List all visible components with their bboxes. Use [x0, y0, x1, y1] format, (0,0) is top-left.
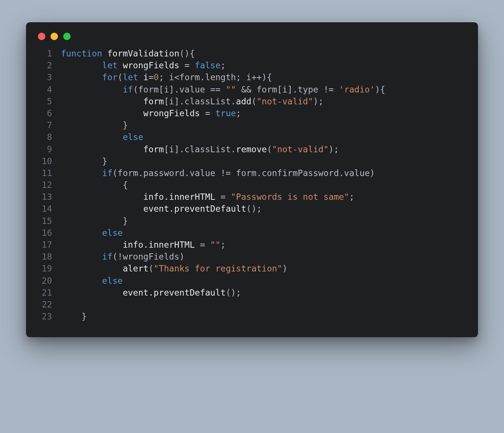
line-number: 6 — [33, 107, 61, 119]
code-line: 6 wrongFields = true; — [33, 107, 465, 119]
code-line: 8 else — [33, 131, 465, 143]
code-line: 19 alert("Thanks for registration") — [33, 263, 465, 274]
code-line: 14 event.preventDefault(); — [33, 203, 465, 215]
code-line: 16 else — [33, 227, 465, 239]
line-number: 15 — [33, 215, 61, 227]
line-source: } — [61, 310, 465, 322]
line-source: if(form[i].value == "" && form[i].type !… — [61, 84, 465, 95]
code-line: 15 } — [33, 215, 465, 227]
code-line: 12 { — [33, 179, 465, 191]
code-line: 5 form[i].classList.add("not-valid"); — [33, 95, 465, 107]
line-number: 1 — [33, 48, 61, 59]
code-line: 22 — [33, 299, 465, 310]
code-line: 18 if(!wrongFields) — [33, 251, 465, 263]
line-source: let wrongFields = false; — [61, 59, 465, 71]
maximize-icon[interactable] — [63, 33, 71, 40]
line-number: 22 — [33, 299, 61, 310]
line-number: 8 — [33, 131, 61, 143]
line-number: 2 — [33, 59, 61, 71]
line-number: 21 — [33, 287, 61, 299]
line-number: 7 — [33, 119, 61, 131]
window-titlebar — [26, 22, 478, 45]
code-line: 7 } — [33, 119, 465, 131]
line-source: else — [61, 275, 465, 287]
editor-window: 1function formValidation(){2 let wrongFi… — [26, 22, 478, 337]
line-number: 17 — [33, 239, 61, 251]
line-source: else — [61, 131, 465, 143]
code-line: 10 } — [33, 155, 465, 167]
line-source: } — [61, 215, 465, 227]
line-number: 9 — [33, 143, 61, 155]
line-number: 4 — [33, 84, 61, 95]
line-source: if(!wrongFields) — [61, 251, 465, 263]
line-number: 18 — [33, 251, 61, 263]
line-source: for(let i=0; i<form.length; i++){ — [61, 71, 465, 83]
code-area[interactable]: 1function formValidation(){2 let wrongFi… — [26, 45, 478, 322]
line-number: 14 — [33, 203, 61, 215]
code-line: 4 if(form[i].value == "" && form[i].type… — [33, 84, 465, 95]
line-source: event.preventDefault(); — [61, 287, 465, 299]
code-line: 3 for(let i=0; i<form.length; i++){ — [33, 71, 465, 83]
line-source: form[i].classList.add("not-valid"); — [61, 95, 465, 107]
close-icon[interactable] — [38, 33, 45, 40]
line-number: 20 — [33, 275, 61, 287]
line-source: function formValidation(){ — [61, 48, 465, 59]
line-source: { — [61, 179, 465, 191]
code-line: 2 let wrongFields = false; — [33, 59, 465, 71]
line-number: 13 — [33, 191, 61, 203]
line-source: info.innerHTML = ""; — [61, 239, 465, 251]
code-line: 9 form[i].classList.remove("not-valid"); — [33, 143, 465, 155]
line-source: } — [61, 155, 465, 167]
line-number: 19 — [33, 263, 61, 274]
line-number: 3 — [33, 71, 61, 83]
line-number: 11 — [33, 167, 61, 179]
minimize-icon[interactable] — [51, 33, 58, 40]
line-source: wrongFields = true; — [61, 107, 465, 119]
code-line: 23 } — [33, 310, 465, 322]
line-source: form[i].classList.remove("not-valid"); — [61, 143, 465, 155]
line-source: event.preventDefault(); — [61, 203, 465, 215]
line-source: info.innerHTML = "Passwords is not same"… — [61, 191, 465, 203]
line-source — [61, 299, 465, 310]
code-line: 1function formValidation(){ — [33, 48, 465, 59]
line-source: else — [61, 227, 465, 239]
line-number: 16 — [33, 227, 61, 239]
line-number: 12 — [33, 179, 61, 191]
line-source: alert("Thanks for registration") — [61, 263, 465, 274]
line-number: 5 — [33, 95, 61, 107]
code-line: 21 event.preventDefault(); — [33, 287, 465, 299]
code-line: 17 info.innerHTML = ""; — [33, 239, 465, 251]
code-line: 13 info.innerHTML = "Passwords is not sa… — [33, 191, 465, 203]
line-number: 23 — [33, 310, 61, 322]
line-source: if(form.password.value != form.confirmPa… — [61, 167, 465, 179]
code-line: 11 if(form.password.value != form.confir… — [33, 167, 465, 179]
line-number: 10 — [33, 155, 61, 167]
line-source: } — [61, 119, 465, 131]
code-line: 20 else — [33, 275, 465, 287]
